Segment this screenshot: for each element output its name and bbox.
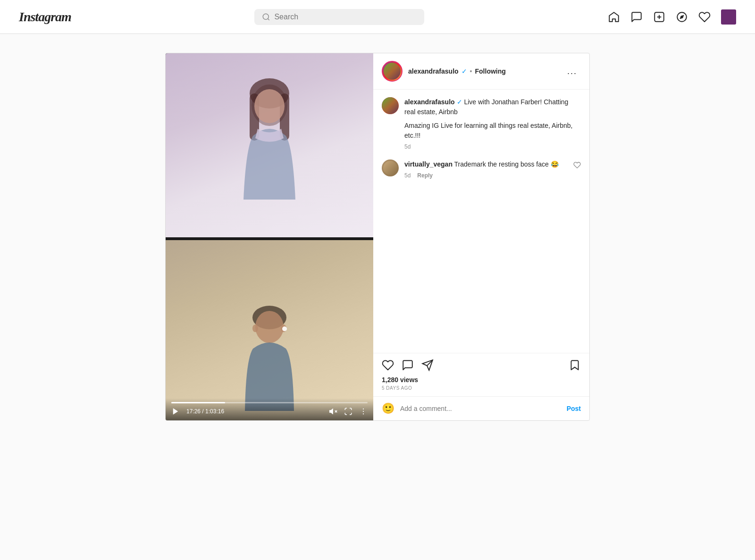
main-content: 17:26 / 1:03:16 [0,34,755,440]
profile-avatar-nav[interactable] [721,9,736,25]
svg-point-13 [255,311,284,343]
separator-dot: • [470,67,472,75]
messages-icon[interactable] [630,11,643,23]
add-comment-row: 🙂 Post [373,396,589,420]
post-comment-button[interactable]: Post [567,405,581,412]
post-actions: 1,280 views 5 DAYS AGO [373,353,589,396]
svg-point-0 [263,14,269,19]
progress-fill [171,402,225,403]
play-button[interactable] [171,407,180,416]
post-container: 17:26 / 1:03:16 [165,53,590,421]
more-options-video-button[interactable] [359,407,368,416]
mute-button[interactable] [329,407,337,416]
comment-text: virtually_vegan Trademark the resting bo… [404,159,568,169]
home-icon[interactable] [608,11,620,23]
bookmark-button[interactable] [569,359,581,371]
comment-meta: 5d Reply [404,172,568,179]
post-header: alexandrafasulo ✓ • Following ... [373,53,589,90]
svg-marker-6 [680,15,684,19]
caption-subtext: Amazing IG Live for learning all things … [404,121,581,141]
video-panel: 17:26 / 1:03:16 [166,53,373,420]
svg-point-23 [363,413,364,414]
header: Instagram [0,0,755,34]
add-comment-input[interactable] [400,405,561,412]
caption-comment: alexandrafasulo ✓ Live with Jonathan Far… [382,97,581,150]
comment-like-button[interactable] [573,161,581,171]
instagram-logo[interactable]: Instagram [19,9,71,25]
verified-badge: ✓ [461,67,467,75]
controls-row: 17:26 / 1:03:16 [171,407,368,416]
video-time: 17:26 / 1:03:16 [186,408,224,415]
more-options-button[interactable]: ... [563,65,581,78]
svg-line-1 [268,18,269,20]
caption-avatar[interactable] [382,97,399,114]
fullscreen-button[interactable] [344,407,352,416]
progress-bar[interactable] [171,402,368,403]
comment-time: 5d [404,172,411,179]
svg-point-21 [363,409,364,410]
controls-left: 17:26 / 1:03:16 [171,407,224,416]
comment-username[interactable]: virtually_vegan [404,160,453,168]
post-right-panel: alexandrafasulo ✓ • Following ... [373,53,589,420]
svg-point-22 [363,411,364,412]
search-bar[interactable] [254,9,424,25]
emoji-button[interactable]: 🙂 [382,402,394,415]
svg-point-16 [252,325,258,332]
video-top-frame [166,53,373,237]
video-bottom-frame: 17:26 / 1:03:16 [166,240,373,420]
comment-avatar[interactable] [382,159,399,176]
nav-icons [608,9,736,25]
create-icon[interactable] [653,11,665,23]
verified-badge-caption: ✓ [457,98,462,106]
caption-username[interactable]: alexandrafasulo [404,98,455,106]
post-header-info: alexandrafasulo ✓ • Following [408,67,563,75]
explore-icon[interactable] [676,11,688,23]
comments-section: alexandrafasulo ✓ Live with Jonathan Far… [373,90,589,353]
caption-time: 5d [404,143,411,150]
post-author-username[interactable]: alexandrafasulo [408,67,459,75]
action-icons-row [382,359,581,371]
svg-point-11 [254,89,285,123]
comment-button[interactable] [402,359,414,371]
post-age: 5 DAYS AGO [382,385,581,391]
caption-body: alexandrafasulo ✓ Live with Jonathan Far… [404,97,581,150]
likes-icon[interactable] [698,11,711,23]
video-controls: 17:26 / 1:03:16 [166,398,373,420]
comment-content: Trademark the resting boss face 😂 [454,160,559,168]
comment-body: virtually_vegan Trademark the resting bo… [404,159,568,179]
username-row: alexandrafasulo ✓ • Following [408,67,563,75]
post-author-avatar[interactable] [382,61,403,82]
controls-right [329,407,368,416]
svg-point-15 [282,326,287,331]
svg-marker-18 [330,409,333,414]
comment-item: virtually_vegan Trademark the resting bo… [382,159,581,179]
views-count: 1,280 views [382,376,581,384]
like-button[interactable] [382,359,394,371]
person-woman-silhouette [218,67,321,237]
following-label[interactable]: Following [475,67,506,75]
search-input[interactable] [274,13,417,21]
caption-text: alexandrafasulo ✓ Live with Jonathan Far… [404,97,581,117]
caption-meta: 5d [404,143,581,150]
search-icon [262,13,270,21]
svg-marker-17 [173,408,178,415]
share-button[interactable] [421,359,434,371]
reply-button[interactable]: Reply [417,172,433,179]
